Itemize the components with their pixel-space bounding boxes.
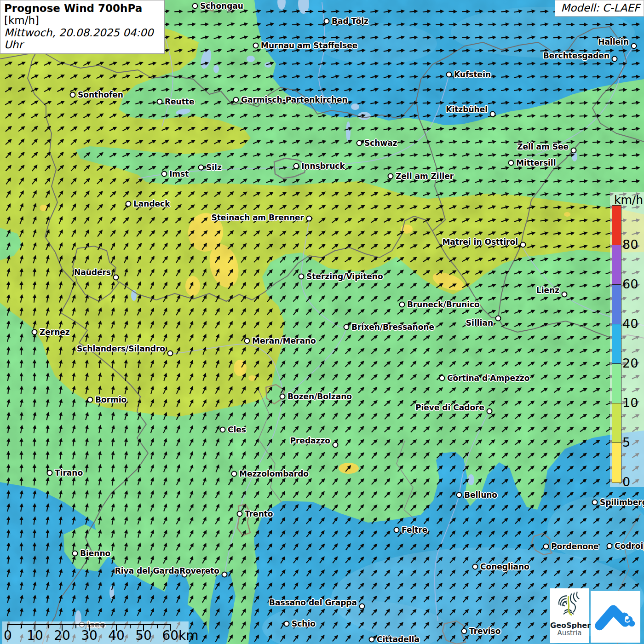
legend-title: km/h xyxy=(614,193,643,207)
scale-minor-tick xyxy=(75,624,76,628)
geosphere-logo-text: GeoSphere xyxy=(550,621,589,629)
scale-minor-tick xyxy=(48,624,49,628)
map-title-box: Prognose Wind 700hPa [km/h] Mittwoch, 20… xyxy=(0,0,165,54)
legend-segment-80 xyxy=(612,206,621,245)
map-valid-time: Mittwoch, 20.08.2025 04:00 Uhr xyxy=(4,27,161,51)
legend-colorbar xyxy=(612,205,621,483)
scale-minor-tick xyxy=(103,624,104,628)
scale-label: 40 xyxy=(108,628,125,643)
scale-label: 20 xyxy=(54,628,70,643)
mountain-cloud-icon xyxy=(593,595,638,639)
legend-tick-label: 60 xyxy=(622,277,638,291)
map-title-parameter: Prognose Wind 700hPa xyxy=(4,2,142,14)
wind-speed-legend: km/h 806040201050 xyxy=(610,192,644,487)
legend-segment-0 xyxy=(612,443,621,483)
scale-minor-tick xyxy=(21,624,22,628)
scale-minor-tick xyxy=(157,624,158,628)
legend-segment-5 xyxy=(612,403,621,443)
legend-segment-40 xyxy=(612,285,621,324)
geosphere-logo-subtext: Austria xyxy=(550,629,589,637)
legend-segment-10 xyxy=(612,364,621,403)
geosphere-logo: GeoSphere Austria xyxy=(550,588,589,643)
legend-tick-label: 5 xyxy=(622,435,630,449)
weather-map-screenshot: SchongauBad TölzKemptenMurnau am Staffel… xyxy=(0,0,644,644)
legend-tick-label: 20 xyxy=(622,356,638,370)
scale-label: 60km xyxy=(162,628,198,643)
legend-segment-60 xyxy=(612,245,621,285)
legend-segment-20 xyxy=(612,324,621,364)
legend-tick-label: 10 xyxy=(622,396,638,410)
legend-tick-label: 80 xyxy=(622,237,638,252)
map-canvas xyxy=(0,0,644,644)
map-scale-bar: 0102030405060km xyxy=(2,621,189,644)
model-label: Modell: C-LAEF xyxy=(555,0,644,17)
scale-label: 10 xyxy=(27,628,43,643)
partner-logo xyxy=(591,591,640,643)
scale-label: 30 xyxy=(81,628,98,643)
map-title-unit: [km/h] xyxy=(4,14,39,26)
map-title: Prognose Wind 700hPa [km/h] xyxy=(4,2,161,26)
legend-tick-label: 0 xyxy=(622,475,630,489)
geosphere-contour-icon xyxy=(555,590,584,619)
scale-label: 50 xyxy=(135,628,152,643)
scale-label: 0 xyxy=(4,628,12,643)
legend-tick-label: 40 xyxy=(622,316,638,331)
scale-minor-tick xyxy=(130,624,131,628)
